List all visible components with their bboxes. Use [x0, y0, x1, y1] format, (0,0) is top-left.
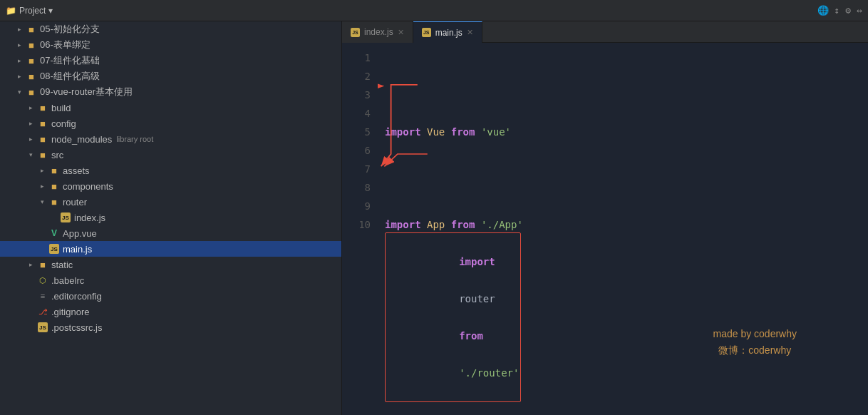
- sidebar-item-gitignore[interactable]: ⎇ .gitignore: [0, 304, 341, 319]
- arrow-06: [14, 40, 24, 50]
- tab-js-icon-index: JS: [351, 28, 360, 37]
- space-3b: [459, 312, 465, 323]
- sidebar-item-node-modules[interactable]: ■ node_modules library root: [0, 131, 341, 147]
- line-num-6: 6: [342, 141, 371, 160]
- code-content[interactable]: import Vue from 'vue' import App from: [378, 43, 868, 415]
- sidebar-item-main-js[interactable]: JS main.js: [0, 241, 341, 257]
- project-title[interactable]: 📁 Project ▾: [6, 6, 53, 16]
- editor-area: JS index.js ✕ JS main.js ✕ 1 2 3 4 5 6 7…: [342, 21, 868, 415]
- folder-icon-src: ■: [37, 149, 48, 160]
- kw-from-1: from: [451, 123, 475, 141]
- tab-close-index[interactable]: ✕: [398, 28, 404, 37]
- sidebar-item-postcss[interactable]: JS .postcssrc.js: [0, 319, 341, 335]
- arrow-07: [14, 56, 24, 66]
- folder-icon-config: ■: [37, 118, 48, 129]
- sidebar-item-editorconfig[interactable]: ≡ .editorconfig: [0, 288, 341, 304]
- sidebar-item-07[interactable]: ■ 07-组件化基础: [0, 53, 341, 68]
- action-split[interactable]: ↔: [857, 5, 862, 16]
- arrow-05: [14, 24, 24, 34]
- tab-js-icon-main: JS: [422, 28, 431, 37]
- title-bar: 📁 Project ▾ 🌐 ↕ ⚙ ↔: [0, 0, 868, 21]
- line-num-2: 2: [342, 67, 371, 86]
- sidebar-item-assets[interactable]: ■ assets: [0, 163, 341, 178]
- folder-icon-06: ■: [26, 39, 37, 51]
- router-name-3: router: [459, 293, 495, 304]
- js-icon-router-index: JS: [60, 212, 71, 223]
- tab-index-js[interactable]: JS index.js ✕: [342, 21, 413, 43]
- arrow-build: [26, 103, 36, 113]
- label-components: components: [63, 181, 113, 192]
- code-line-2: import App from './App': [385, 215, 868, 234]
- sidebar-item-components[interactable]: ■ components: [0, 178, 341, 194]
- arrow-src: [26, 150, 36, 160]
- space-2b: [445, 215, 450, 234]
- folder-icon-05: ■: [26, 24, 37, 35]
- line-num-10: 10: [342, 215, 371, 234]
- str-vue: 'vue': [481, 123, 511, 141]
- label-node-modules: node_modules: [51, 134, 112, 145]
- arrow-08: [14, 71, 24, 81]
- folder-icon-router: ■: [48, 196, 60, 208]
- line-numbers: 1 2 3 4 5 6 7 8 9 10: [342, 43, 378, 415]
- git-icon-gitignore: ⎇: [37, 306, 48, 317]
- highlight-box-line3: import router from './router': [385, 232, 521, 402]
- arrow-09: [14, 87, 24, 97]
- space-2c: [475, 215, 480, 234]
- space-1a: [421, 123, 427, 141]
- sidebar-item-09[interactable]: ■ 09-vue-router基本使用: [0, 84, 341, 100]
- line-num-3: 3: [342, 86, 371, 104]
- kw-from-2: from: [451, 215, 475, 234]
- folder-icon-node-modules: ■: [37, 133, 48, 145]
- watermark-line2: 微博：coderwhy: [713, 342, 797, 358]
- code-line-1: import Vue from 'vue': [385, 123, 868, 141]
- arrow-assets: [37, 165, 47, 175]
- code-line-4: [385, 401, 868, 415]
- label-assets: assets: [63, 165, 90, 176]
- sidebar-item-config[interactable]: ■ config: [0, 116, 341, 131]
- sidebar-item-app-vue[interactable]: V App.vue: [0, 225, 341, 241]
- folder-icon-build: ■: [37, 102, 48, 113]
- sidebar-item-router-index[interactable]: JS index.js: [0, 210, 341, 225]
- kw-from-3: from: [459, 330, 483, 342]
- sidebar-item-static[interactable]: ■ static: [0, 257, 341, 272]
- label-09: 09-vue-router基本使用: [40, 86, 133, 98]
- label-src: src: [51, 150, 63, 160]
- label-main-js: main.js: [63, 244, 92, 255]
- title-bar-actions: 🌐 ↕ ⚙ ↔: [817, 5, 862, 16]
- sidebar-item-router-folder[interactable]: ■ router: [0, 194, 341, 210]
- label-static: static: [51, 260, 73, 270]
- folder-icon-08: ■: [26, 71, 37, 82]
- sidebar-item-06[interactable]: ■ 06-表单绑定: [0, 37, 341, 53]
- label-config: config: [51, 118, 76, 129]
- action-settings[interactable]: ⚙: [845, 5, 851, 16]
- main-layout: ■ 05-初始化分支 ■ 06-表单绑定 ■ 07-组件化基础 ■ 08-组件化…: [0, 21, 868, 415]
- project-dropdown-icon[interactable]: ▾: [48, 6, 53, 16]
- space-1c: [475, 123, 480, 141]
- sidebar-item-build[interactable]: ■ build: [0, 100, 341, 116]
- tab-main-js[interactable]: JS main.js ✕: [413, 21, 482, 43]
- project-label: Project: [19, 6, 46, 16]
- line-num-8: 8: [342, 178, 371, 197]
- space-3a: [459, 275, 465, 286]
- tab-close-main[interactable]: ✕: [467, 28, 473, 37]
- kw-import-2: import: [385, 215, 421, 234]
- label-postcss: .postcssrc.js: [51, 322, 103, 333]
- sidebar-item-05[interactable]: ■ 05-初始化分支: [0, 21, 341, 37]
- label-05: 05-初始化分支: [40, 23, 100, 36]
- arrow-config: [26, 118, 36, 128]
- sidebar-item-babelrc[interactable]: ⬡ .babelrc: [0, 272, 341, 288]
- sidebar-item-src[interactable]: ■ src: [0, 147, 341, 163]
- space-1b: [445, 123, 450, 141]
- folder-icon-static: ■: [37, 259, 48, 270]
- label-babelrc: .babelrc: [51, 275, 84, 286]
- sidebar: ■ 05-初始化分支 ■ 06-表单绑定 ■ 07-组件化基础 ■ 08-组件化…: [0, 21, 342, 415]
- str-router: './router': [459, 367, 519, 379]
- project-folder-icon: 📁: [6, 6, 16, 16]
- line-num-1: 1: [342, 48, 371, 67]
- str-app: './App': [481, 215, 523, 234]
- watermark: made by coderwhy 微博：coderwhy: [713, 326, 797, 358]
- sidebar-item-08[interactable]: ■ 08-组件化高级: [0, 68, 341, 84]
- action-globe[interactable]: 🌐: [817, 5, 829, 16]
- label-gitignore: .gitignore: [51, 307, 89, 317]
- action-sort[interactable]: ↕: [835, 5, 840, 16]
